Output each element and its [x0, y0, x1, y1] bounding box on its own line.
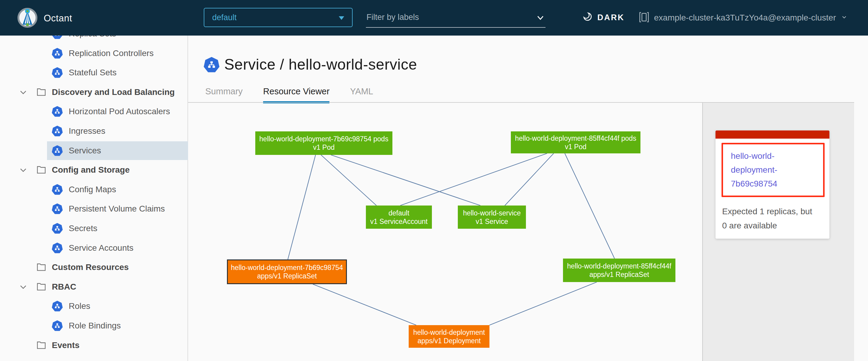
graph-node-kind: v1 Pod — [565, 142, 587, 151]
app-title: Octant — [44, 13, 72, 24]
sidebar-section-label: Custom Resources — [52, 262, 129, 272]
graph-node-name: default — [389, 209, 409, 217]
replication-controllers-icon — [52, 48, 63, 59]
sidebar-item-events[interactable]: Events — [0, 336, 188, 355]
sidebar-item-service-accounts[interactable]: Service Accounts — [0, 239, 188, 257]
theme-toggle[interactable]: DARK — [582, 11, 624, 24]
chevron-down-icon[interactable] — [19, 165, 28, 176]
folder-icon — [36, 165, 46, 175]
sidebar-item-persistent-volume-claims[interactable]: Persistent Volume Claims — [0, 199, 188, 218]
sidebar-item-label: Role Bindings — [69, 321, 121, 331]
sidebar-item-services[interactable]: Services — [0, 141, 188, 160]
graph-node-name: hello-world-deployment-85ff4cf44f pods — [515, 134, 636, 142]
sidebar-section-label: RBAC — [52, 282, 76, 292]
graph-node-name: hello-world-deployment — [413, 328, 485, 337]
folder-icon — [36, 340, 46, 351]
sidebar-item-label: Roles — [69, 301, 90, 311]
graph-node-replicaset-7b69c98754[interactable]: hello-world-deployment-7b69c98754apps/v1… — [227, 259, 347, 284]
sidebar-item-horizontal-pod-autoscalers[interactable]: Horizontal Pod Autoscalers — [0, 102, 188, 121]
role-bindings-icon — [52, 320, 63, 331]
folder-icon — [36, 262, 46, 273]
graph-edge-pods-85ff4cf44f--service-hello-world — [505, 153, 554, 205]
tab-yaml[interactable]: YAML — [350, 87, 373, 103]
services-icon — [52, 145, 63, 156]
graph-edge-pods-7b69c98754--replicaset-7b69c98754 — [288, 155, 315, 259]
sidebar-item-label: Secrets — [69, 224, 97, 233]
graph-node-replicaset-85ff4cf44f[interactable]: hello-world-deployment-85ff4cf44fapps/v1… — [563, 259, 675, 282]
sidebar-item-label: Persistent Volume Claims — [69, 204, 165, 214]
context-selector[interactable]: example-cluster-ka3TuTzYo4a@example-clus… — [639, 11, 847, 24]
context-chevron-icon — [841, 14, 847, 22]
context-label: example-cluster-ka3TuTzYo4a@example-clus… — [654, 13, 836, 23]
sidebar-item-replication-controllers[interactable]: Replication Controllers — [0, 44, 188, 63]
graph-node-name: hello-world-deployment-7b69c98754 pods — [259, 135, 388, 143]
filter-chevron-icon[interactable] — [536, 13, 545, 24]
folder-icon — [36, 282, 46, 292]
service-resource-icon — [204, 57, 219, 73]
app-header: Octant default DARK example-cluster-ka3T… — [0, 0, 868, 36]
sidebar-section-label: Config and Storage — [52, 165, 130, 175]
graph-node-kind: v1 Pod — [313, 143, 335, 152]
sidebar-item-label: Stateful Sets — [69, 68, 117, 77]
chevron-down-icon[interactable] — [19, 88, 28, 98]
page-title: Service / hello-world-service — [224, 56, 417, 73]
graph-edge-pods-85ff4cf44f--replicaset-85ff4cf44f — [565, 153, 615, 259]
persistent-volume-claims-icon — [52, 203, 63, 214]
graph-node-kind: apps/v1 ReplicaSet — [257, 272, 317, 280]
graph-edge-pods-7b69c98754--service-hello-world — [331, 155, 480, 205]
tab-summary[interactable]: Summary — [205, 87, 243, 103]
sidebar-item-config-and-storage[interactable]: Config and Storage — [0, 161, 188, 179]
status-card-red-bar — [715, 130, 830, 139]
replicaset-link[interactable]: hello-world-deployment-7b69c98754 — [731, 149, 808, 191]
alert-box: hello-world-deployment-7b69c98754 — [721, 143, 825, 197]
sidebar-item-rbac[interactable]: RBAC — [0, 277, 188, 296]
graph-node-name: hello-world-deployment-85ff4cf44f — [567, 262, 671, 270]
sidebar-item-roles[interactable]: Roles — [0, 297, 188, 316]
graph-edge-pods-85ff4cf44f--serviceaccount-default — [400, 153, 547, 205]
label-filter-input[interactable] — [366, 9, 524, 25]
chevron-down-icon[interactable] — [19, 282, 28, 293]
sidebar-item-label: Services — [69, 146, 101, 156]
namespace-value: default — [212, 13, 237, 22]
status-message: Expected 1 replicas, but 0 are available — [722, 204, 816, 233]
graph-node-kind: apps/v1 ReplicaSet — [589, 270, 649, 279]
sidebar-section-label: Discovery and Load Balancing — [52, 87, 175, 97]
sidebar-item-custom-resources[interactable]: Custom Resources — [0, 258, 188, 276]
graph-node-pods-85ff4cf44f[interactable]: hello-world-deployment-85ff4cf44f podsv1… — [511, 131, 641, 153]
sidebar-item-label: Replication Controllers — [69, 48, 154, 58]
graph-edge-replicaset-85ff4cf44f--deployment-hello-world — [490, 282, 597, 325]
sidebar-item-label: Service Accounts — [69, 243, 133, 253]
sidebar-item-role-bindings[interactable]: Role Bindings — [0, 317, 188, 335]
brand[interactable]: Octant — [17, 7, 72, 30]
graph-node-name: hello-world-deployment-7b69c98754 — [231, 263, 343, 272]
graph-node-service-hello-world[interactable]: hello-world-servicev1 Service — [458, 205, 526, 229]
tab-bar: SummaryResource ViewerYAML — [205, 87, 373, 103]
ingresses-icon — [52, 126, 63, 136]
theme-label: DARK — [597, 13, 624, 22]
sidebar-item-secrets[interactable]: Secrets — [0, 219, 188, 238]
graph-node-name: hello-world-service — [463, 209, 521, 217]
sidebar-section-label: Events — [52, 340, 80, 350]
namespace-dropdown[interactable]: default — [204, 8, 352, 27]
resource-graph: hello-world-deployment-7b69c98754 podsv1… — [188, 103, 702, 361]
moon-icon — [582, 11, 593, 24]
graph-node-kind: apps/v1 Deployment — [417, 337, 481, 345]
status-card: hello-world-deployment-7b69c98754 Expect… — [715, 130, 830, 239]
cluster-context-icon — [639, 11, 649, 24]
graph-node-pods-7b69c98754[interactable]: hello-world-deployment-7b69c98754 podsv1… — [255, 131, 393, 155]
service-accounts-icon — [52, 242, 63, 254]
sidebar-item-discovery-and-load-balancing[interactable]: Discovery and Load Balancing — [0, 83, 188, 102]
detail-panel: hello-world-deployment-7b69c98754 Expect… — [702, 103, 854, 361]
sidebar: Replica SetsReplication ControllersState… — [0, 0, 188, 361]
graph-node-serviceaccount-default[interactable]: defaultv1 ServiceAccount — [366, 205, 432, 229]
sidebar-item-label: Ingresses — [69, 126, 105, 136]
sidebar-item-config-maps[interactable]: Config Maps — [0, 180, 188, 199]
graph-node-kind: v1 ServiceAccount — [370, 217, 427, 226]
sidebar-item-ingresses[interactable]: Ingresses — [0, 122, 188, 140]
stateful-sets-icon — [52, 67, 63, 78]
config-maps-icon — [52, 184, 63, 195]
tab-resource-viewer[interactable]: Resource Viewer — [263, 87, 330, 103]
graph-node-deployment-hello-world[interactable]: hello-world-deploymentapps/v1 Deployment — [409, 325, 490, 348]
sidebar-item-stateful-sets[interactable]: Stateful Sets — [0, 63, 188, 82]
sidebar-item-label: Config Maps — [69, 185, 116, 194]
